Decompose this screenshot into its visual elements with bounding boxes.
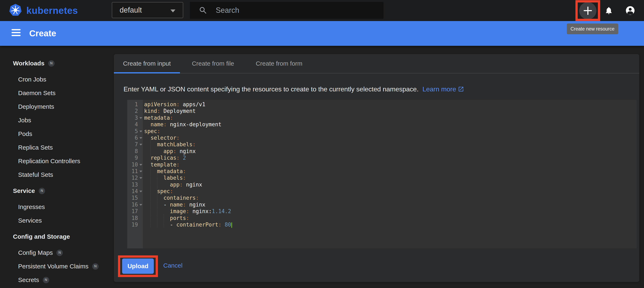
kubernetes-logo-icon — [9, 3, 22, 18]
code-text: metadata: — [143, 114, 173, 121]
editor-line[interactable]: 9 replicas: 2 — [127, 155, 636, 161]
sidebar-header-label: Workloads — [13, 60, 44, 67]
sidebar-item-label: Secrets — [18, 276, 39, 283]
fold-arrow-icon[interactable] — [140, 191, 142, 192]
notifications-icon[interactable] — [604, 6, 613, 16]
editor-line[interactable]: 2kind: Deployment — [127, 108, 636, 114]
line-number: 16 — [127, 201, 143, 208]
kubernetes-logo[interactable]: kubernetes — [9, 0, 78, 21]
editor-line[interactable]: 7 matchLabels: — [127, 141, 636, 148]
editor-line[interactable]: 3metadata: — [127, 114, 636, 121]
editor-line[interactable]: 5spec: — [127, 128, 636, 134]
sidebar-item-label: Services — [18, 217, 42, 224]
line-number: 19 — [127, 221, 143, 228]
page-title: Create — [29, 21, 56, 46]
namespaced-badge: N — [56, 250, 63, 256]
code-text: ports: — [143, 215, 189, 221]
text-cursor — [232, 222, 232, 228]
sidebar-item-pods[interactable]: Pods — [0, 127, 114, 141]
editor-line[interactable]: 4 name: nginx-deployment — [127, 121, 636, 128]
editor-line[interactable]: 1apiVersion: apps/v1 — [127, 101, 636, 108]
line-number: 2 — [127, 108, 143, 114]
menu-icon[interactable] — [12, 29, 20, 38]
editor-line[interactable]: 16 - name: nginx — [127, 201, 636, 208]
sidebar-item-replica-sets[interactable]: Replica Sets — [0, 141, 114, 154]
sidebar-header-label: Service — [13, 187, 35, 194]
account-icon[interactable] — [626, 6, 634, 15]
sidebar-item-services[interactable]: Services — [0, 214, 114, 227]
editor-line[interactable]: 15 containers: — [127, 195, 636, 201]
external-link-icon — [458, 86, 464, 92]
editor-line[interactable]: 19 - containerPort: 80 — [127, 221, 636, 228]
kubernetes-dashboard: kubernetes default — [0, 0, 644, 288]
fold-arrow-icon[interactable] — [140, 144, 142, 146]
tab-create-from-file[interactable]: Create from file — [180, 54, 246, 73]
editor-line[interactable]: 17 image: nginx:1.14.2 — [127, 208, 636, 215]
editor-line[interactable]: 14 spec: — [127, 188, 636, 195]
editor-line[interactable]: 11 metadata: — [127, 168, 636, 175]
sidebar-item-label: Ingresses — [18, 203, 45, 210]
app-bar: Create — [0, 21, 644, 46]
fold-arrow-icon[interactable] — [140, 171, 142, 172]
sidebar-item-stateful-sets[interactable]: Stateful Sets — [0, 168, 114, 182]
cancel-button[interactable]: Cancel — [163, 262, 182, 269]
fold-arrow-icon[interactable] — [140, 177, 142, 179]
fold-arrow-icon[interactable] — [140, 130, 142, 132]
tab-create-from-form[interactable]: Create from form — [246, 54, 312, 73]
create-card: Create from inputCreate from fileCreate … — [114, 54, 639, 282]
fold-arrow-icon[interactable] — [140, 204, 142, 206]
line-number: 3 — [127, 114, 143, 121]
line-number: 6 — [127, 134, 143, 141]
sidebar-item-ingresses[interactable]: Ingresses — [0, 200, 114, 214]
sidebar-item-label: Daemon Sets — [18, 90, 56, 97]
sidebar-header-workloads[interactable]: WorkloadsN — [0, 57, 114, 70]
sidebar-item-label: Persistent Volume Claims — [18, 263, 88, 270]
editor-line[interactable]: 10 template: — [127, 161, 636, 168]
code-text: matchLabels: — [143, 141, 196, 148]
sidebar-item-persistent-volume-claims[interactable]: Persistent Volume ClaimsN — [0, 259, 114, 273]
sidebar-header-service[interactable]: ServiceN — [0, 184, 114, 198]
line-number: 4 — [127, 121, 143, 128]
line-number: 17 — [127, 208, 143, 215]
editor-line[interactable]: 6 selector: — [127, 134, 636, 141]
line-number: 18 — [127, 215, 143, 221]
line-number: 7 — [127, 141, 143, 148]
tab-label: Create from form — [256, 60, 302, 67]
line-number: 1 — [127, 101, 143, 108]
editor-line[interactable]: 8 app: nginx — [127, 148, 636, 155]
editor-line[interactable]: 18 ports: — [127, 215, 636, 221]
sidebar-section-service: ServiceNIngressesServices — [0, 184, 114, 227]
line-number: 12 — [127, 175, 143, 181]
sidebar: WorkloadsNCron JobsDaemon SetsDeployment… — [0, 57, 114, 287]
sidebar-item-label: Replication Controllers — [18, 158, 80, 165]
fold-arrow-icon[interactable] — [140, 117, 142, 119]
fold-arrow-icon[interactable] — [140, 137, 142, 139]
editor-line[interactable]: 12 labels: — [127, 175, 636, 181]
code-text: containers: — [143, 195, 199, 201]
fold-arrow-icon[interactable] — [140, 164, 142, 166]
sidebar-item-secrets[interactable]: SecretsN — [0, 273, 114, 287]
code-text: image: nginx:1.14.2 — [143, 208, 231, 215]
sidebar-item-deployments[interactable]: Deployments — [0, 100, 114, 113]
editor-line[interactable]: 13 app: nginx — [127, 181, 636, 188]
sidebar-item-config-maps[interactable]: Config MapsN — [0, 246, 114, 259]
sidebar-item-replication-controllers[interactable]: Replication Controllers — [0, 154, 114, 168]
tab-create-from-input[interactable]: Create from input — [114, 54, 180, 73]
search-bar[interactable] — [190, 2, 384, 19]
active-tab-indicator — [114, 72, 180, 73]
sidebar-item-cron-jobs[interactable]: Cron Jobs — [0, 73, 114, 86]
sidebar-item-daemon-sets[interactable]: Daemon Sets — [0, 86, 114, 100]
namespace-selector[interactable]: default — [112, 2, 183, 18]
code-text: app: nginx — [143, 181, 202, 188]
yaml-editor[interactable]: 1apiVersion: apps/v12kind: Deployment3me… — [127, 100, 636, 248]
search-input[interactable] — [215, 6, 384, 15]
brand-title: kubernetes — [26, 5, 78, 16]
sidebar-header-config-and-storage[interactable]: Config and Storage — [0, 230, 114, 243]
code-text: - containerPort: 80 — [143, 221, 232, 228]
sidebar-item-label: Config Maps — [18, 249, 53, 256]
learn-more-link[interactable]: Learn more — [422, 85, 456, 93]
line-number: 11 — [127, 168, 143, 175]
annotation-box-create-button — [576, 0, 600, 21]
sidebar-item-jobs[interactable]: Jobs — [0, 113, 114, 127]
namespaced-badge: N — [92, 263, 98, 270]
